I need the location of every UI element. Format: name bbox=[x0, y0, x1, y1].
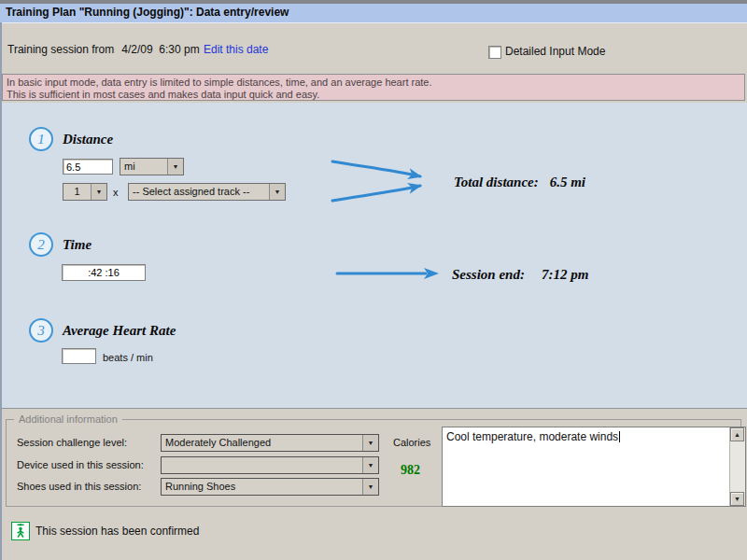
notes-scrollbar[interactable]: ▲ ▼ bbox=[729, 427, 745, 506]
notice-line-2: This is sufficient in most cases and mak… bbox=[7, 89, 744, 101]
shoes-used-value: Running Shoes bbox=[162, 479, 362, 495]
time-arrow-icon bbox=[334, 267, 443, 280]
session-from-row: Training session from4/2/09 6:30 pm bbox=[7, 43, 200, 56]
distance-input[interactable] bbox=[63, 159, 113, 175]
calories-label: Calories bbox=[393, 437, 430, 448]
dropdown-arrow-icon[interactable]: ▼ bbox=[362, 457, 378, 473]
total-distance-value: 6.5 mi bbox=[550, 175, 585, 189]
total-distance-result: Total distance:6.5 mi bbox=[454, 175, 585, 190]
step-2-badge: 2 bbox=[29, 232, 53, 257]
step-3-badge: 3 bbox=[29, 318, 53, 343]
session-datetime: 4/2/09 6:30 pm bbox=[121, 43, 199, 56]
scroll-down-icon[interactable]: ▼ bbox=[730, 492, 744, 506]
distance-arrows-icon bbox=[329, 154, 441, 208]
additional-info-legend: Additional information bbox=[14, 413, 122, 425]
runner-icon bbox=[11, 522, 30, 540]
step-3-number: 3 bbox=[37, 323, 45, 339]
detailed-input-mode-checkbox[interactable] bbox=[488, 46, 501, 59]
challenge-level-value: Moderately Challenged bbox=[162, 435, 362, 451]
session-from-label: Training session from bbox=[7, 43, 114, 56]
dropdown-arrow-icon[interactable]: ▼ bbox=[167, 159, 183, 175]
session-confirmed-text: This session has been confirmed bbox=[35, 525, 199, 538]
total-distance-label: Total distance: bbox=[454, 175, 539, 189]
window-titlebar: Training Plan "Running (Jogging)": Data … bbox=[0, 4, 747, 23]
notes-text: Cool temperature, moderate winds bbox=[446, 430, 726, 443]
app-window: Training Plan "Running (Jogging)": Data … bbox=[0, 0, 747, 560]
dropdown-arrow-icon[interactable]: ▼ bbox=[91, 184, 106, 200]
lap-count-value: 1 bbox=[63, 184, 91, 200]
step-1-number: 1 bbox=[37, 132, 45, 147]
session-end-label: Session end: bbox=[452, 267, 525, 282]
edit-date-link[interactable]: Edit this date bbox=[204, 43, 268, 56]
shoes-used-select[interactable]: Running Shoes ▼ bbox=[161, 478, 379, 496]
step-1-badge: 1 bbox=[29, 127, 53, 151]
device-used-value bbox=[162, 457, 362, 473]
heart-rate-heading: Average Heart Rate bbox=[63, 323, 176, 339]
notes-value: Cool temperature, moderate winds bbox=[446, 430, 618, 443]
assigned-track-value: -- Select assigned track -- bbox=[129, 184, 269, 200]
distance-unit-select[interactable]: mi ▼ bbox=[120, 158, 184, 175]
heart-rate-input[interactable] bbox=[62, 348, 96, 364]
dropdown-arrow-icon[interactable]: ▼ bbox=[362, 435, 378, 451]
challenge-level-label: Session challenge level: bbox=[17, 437, 127, 448]
step-2-number: 2 bbox=[37, 237, 45, 253]
distance-heading: Distance bbox=[63, 132, 113, 147]
challenge-level-select[interactable]: Moderately Challenged ▼ bbox=[161, 434, 379, 452]
assigned-track-select[interactable]: -- Select assigned track -- ▼ bbox=[128, 183, 286, 201]
shoes-used-label: Shoes used in this session: bbox=[17, 481, 141, 492]
dropdown-arrow-icon[interactable]: ▼ bbox=[362, 479, 378, 495]
device-used-label: Device used in this session: bbox=[17, 459, 144, 470]
device-used-select[interactable]: ▼ bbox=[161, 456, 379, 474]
page-title: Training Plan "Running (Jogging)": Data … bbox=[6, 6, 289, 19]
heart-rate-unit-label: beats / min bbox=[103, 352, 153, 363]
scroll-up-icon[interactable]: ▲ bbox=[730, 427, 744, 441]
notes-textarea[interactable]: Cool temperature, moderate winds ▲ ▼ bbox=[442, 427, 746, 507]
basic-mode-notice: In basic input mode, data entry is limit… bbox=[2, 74, 745, 101]
dropdown-arrow-icon[interactable]: ▼ bbox=[269, 184, 285, 200]
notice-line-1: In basic input mode, data entry is limit… bbox=[7, 77, 744, 89]
distance-unit-value: mi bbox=[120, 159, 167, 175]
time-heading: Time bbox=[63, 237, 92, 253]
time-input[interactable] bbox=[62, 264, 146, 281]
text-cursor bbox=[619, 431, 620, 442]
session-end-result: Session end:7:12 pm bbox=[452, 267, 588, 283]
detailed-input-mode-label: Detailed Input Mode bbox=[505, 45, 605, 58]
lap-count-select[interactable]: 1 ▼ bbox=[63, 183, 107, 201]
times-label: x bbox=[113, 187, 119, 198]
calories-value: 982 bbox=[401, 463, 420, 478]
session-end-value: 7:12 pm bbox=[542, 267, 588, 282]
